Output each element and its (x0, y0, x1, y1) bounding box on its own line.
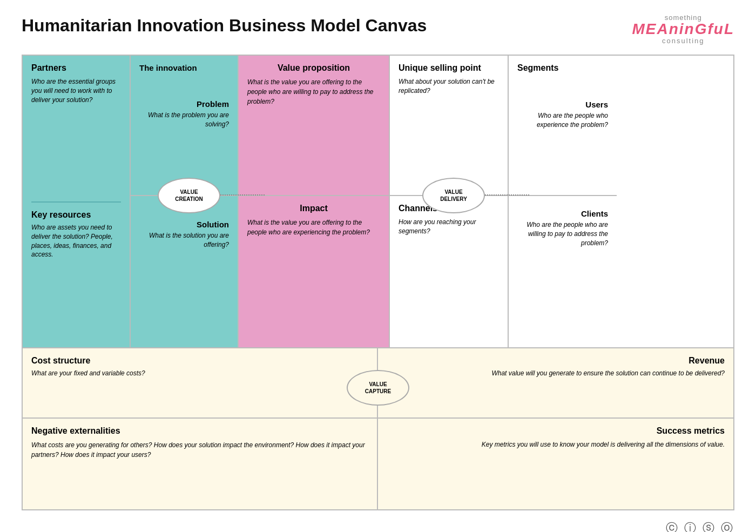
vp-title: Value proposition (247, 63, 380, 73)
value-capture-container: VALUECAPTURE (347, 370, 409, 406)
users-subtitle: Who are the people who experience the pr… (517, 111, 608, 130)
channels-subtitle: How are you reaching your segments? (399, 218, 499, 236)
value-delivery-text: VALUEDELIVERY (440, 188, 467, 203)
usp-subtitle: What about your solution can't be replic… (399, 77, 499, 96)
channels-cell: Channels How are you reaching your segme… (390, 196, 509, 347)
impact-subtitle: What is the value you are offering to th… (247, 218, 380, 237)
clients-title: Clients (517, 209, 608, 218)
revenue-cell: Revenue What value will you generate to … (378, 348, 733, 417)
logo-meaningful: MEAninGfuL (632, 22, 734, 37)
impact-cell: Impact What is the value you are offerin… (239, 196, 390, 347)
value-capture-text: VALUECAPTURE (365, 381, 391, 395)
cost-title: Cost structure (31, 356, 368, 366)
negative-title: Negative externalities (31, 426, 368, 436)
partners-cell: Partners Who are the essential groups yo… (23, 56, 131, 347)
cc-icons: ⓒ ⓘ ⓢ ⓞ (568, 520, 734, 532)
cost-cell: Cost structure What are your fixed and v… (23, 348, 378, 417)
value-capture-oval: VALUECAPTURE (347, 370, 409, 406)
solution-title: Solution (139, 220, 229, 229)
vp-subtitle: What is the value you are offering to th… (247, 77, 380, 106)
segments-cell: Segments Users Who are the people who ex… (509, 56, 617, 196)
success-cell: Success metrics Key metrics you will use… (378, 419, 733, 509)
value-creation-oval: VALUECREATION (158, 178, 220, 213)
footer-right: ⓒ ⓘ ⓢ ⓞ This work is licensed under a Cr… (568, 520, 734, 532)
problem-subtitle: What is the problem you are solving? (139, 111, 229, 129)
users-label: Users (517, 100, 608, 109)
success-subtitle: Key metrics you will use to know your mo… (387, 440, 725, 449)
dotted-line-creation (220, 194, 265, 196)
value-delivery-container: VALUEDELIVERY (422, 178, 485, 213)
cost-subtitle: What are your fixed and variable costs? (31, 369, 368, 378)
revenue-title: Revenue (387, 356, 725, 366)
impact-title: Impact (247, 204, 380, 213)
usp-title: Unique selling point (399, 63, 499, 73)
success-title: Success metrics (387, 426, 725, 436)
footer: Produced by Something Meaningful Consult… (22, 520, 734, 532)
revenue-subtitle: What value will you generate to ensure t… (387, 369, 725, 378)
dotted-line-delivery (485, 194, 529, 196)
innovation-cell: The innovation Problem What is the probl… (131, 56, 239, 196)
page-title: Humanitarian Innovation Business Model C… (22, 11, 427, 35)
top-grid: Partners Who are the essential groups yo… (22, 55, 734, 348)
partners-subtitle: Who are the essential groups you will ne… (31, 77, 121, 104)
solution-subtitle: What is the solution you are offering? (139, 231, 229, 250)
usp-cell: Unique selling point What about your sol… (390, 56, 509, 196)
neg-success-grid: Negative externalities What costs are yo… (22, 419, 734, 510)
problem-label: Problem (139, 99, 229, 109)
value-prop-cell: Value proposition What is the value you … (239, 56, 390, 196)
clients-subtitle: Who are the people who are willing to pa… (517, 220, 608, 247)
value-creation-container: VALUECREATION (158, 178, 220, 213)
logo-consulting: consulting (632, 37, 734, 45)
clients-cell: Clients Who are the people who are willi… (509, 196, 617, 347)
header: Humanitarian Innovation Business Model C… (22, 11, 734, 45)
logo: something MEAninGfuL consulting (632, 11, 734, 45)
negative-cell: Negative externalities What costs are yo… (23, 419, 378, 509)
segments-title: Segments (517, 63, 608, 73)
cost-revenue-grid: Cost structure What are your fixed and v… (22, 348, 734, 419)
key-resources-subtitle2: Who are assets you need to deliver the s… (31, 223, 121, 259)
innovation-title: The innovation (139, 63, 229, 72)
value-delivery-oval: VALUEDELIVERY (422, 178, 485, 213)
solution-cell: Solution What is the solution you are of… (131, 196, 239, 347)
negative-subtitle: What costs are you generating for others… (31, 440, 368, 460)
partners-title: Partners (31, 63, 121, 73)
key-resources-title2: Key resources (31, 210, 121, 220)
value-creation-text: VALUECREATION (175, 188, 202, 203)
